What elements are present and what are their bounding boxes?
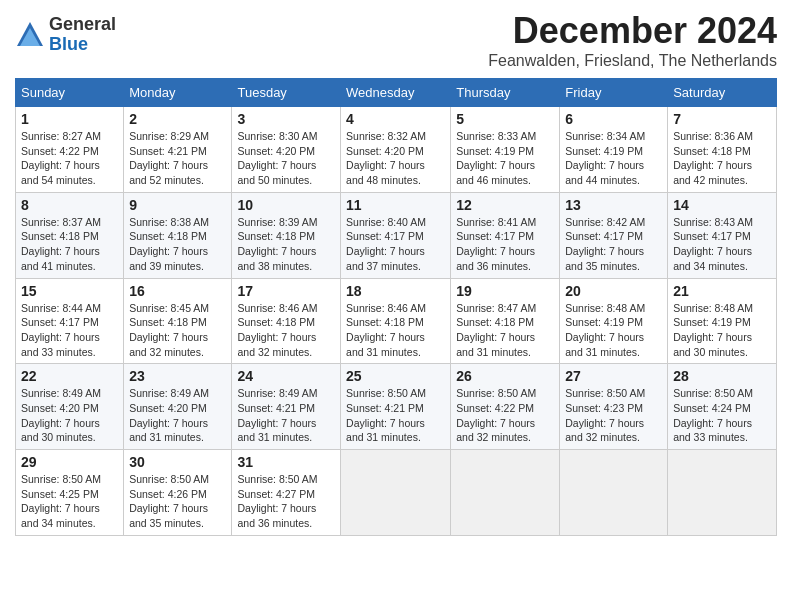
column-header-monday: Monday bbox=[124, 79, 232, 107]
day-number: 17 bbox=[237, 283, 335, 299]
calendar-cell: 10 Sunrise: 8:39 AM Sunset: 4:18 PM Dayl… bbox=[232, 192, 341, 278]
calendar-cell: 20 Sunrise: 8:48 AM Sunset: 4:19 PM Dayl… bbox=[560, 278, 668, 364]
calendar-cell: 16 Sunrise: 8:45 AM Sunset: 4:18 PM Dayl… bbox=[124, 278, 232, 364]
day-info: Sunrise: 8:46 AM Sunset: 4:18 PM Dayligh… bbox=[237, 301, 335, 360]
location-title: Feanwalden, Friesland, The Netherlands bbox=[488, 52, 777, 70]
calendar-cell: 5 Sunrise: 8:33 AM Sunset: 4:19 PM Dayli… bbox=[451, 107, 560, 193]
day-info: Sunrise: 8:42 AM Sunset: 4:17 PM Dayligh… bbox=[565, 215, 662, 274]
day-number: 6 bbox=[565, 111, 662, 127]
day-number: 21 bbox=[673, 283, 771, 299]
day-info: Sunrise: 8:49 AM Sunset: 4:20 PM Dayligh… bbox=[129, 386, 226, 445]
calendar-week-row: 15 Sunrise: 8:44 AM Sunset: 4:17 PM Dayl… bbox=[16, 278, 777, 364]
day-info: Sunrise: 8:36 AM Sunset: 4:18 PM Dayligh… bbox=[673, 129, 771, 188]
day-info: Sunrise: 8:49 AM Sunset: 4:21 PM Dayligh… bbox=[237, 386, 335, 445]
month-title: December 2024 bbox=[488, 10, 777, 52]
calendar-cell: 13 Sunrise: 8:42 AM Sunset: 4:17 PM Dayl… bbox=[560, 192, 668, 278]
logo-text: General Blue bbox=[49, 15, 116, 55]
day-number: 12 bbox=[456, 197, 554, 213]
day-info: Sunrise: 8:48 AM Sunset: 4:19 PM Dayligh… bbox=[565, 301, 662, 360]
day-number: 31 bbox=[237, 454, 335, 470]
calendar-cell: 7 Sunrise: 8:36 AM Sunset: 4:18 PM Dayli… bbox=[668, 107, 777, 193]
calendar-week-row: 1 Sunrise: 8:27 AM Sunset: 4:22 PM Dayli… bbox=[16, 107, 777, 193]
day-info: Sunrise: 8:29 AM Sunset: 4:21 PM Dayligh… bbox=[129, 129, 226, 188]
day-number: 5 bbox=[456, 111, 554, 127]
calendar-cell: 6 Sunrise: 8:34 AM Sunset: 4:19 PM Dayli… bbox=[560, 107, 668, 193]
day-number: 18 bbox=[346, 283, 445, 299]
logo-icon bbox=[15, 20, 45, 50]
day-number: 28 bbox=[673, 368, 771, 384]
day-info: Sunrise: 8:47 AM Sunset: 4:18 PM Dayligh… bbox=[456, 301, 554, 360]
day-info: Sunrise: 8:46 AM Sunset: 4:18 PM Dayligh… bbox=[346, 301, 445, 360]
calendar-week-row: 29 Sunrise: 8:50 AM Sunset: 4:25 PM Dayl… bbox=[16, 450, 777, 536]
day-info: Sunrise: 8:30 AM Sunset: 4:20 PM Dayligh… bbox=[237, 129, 335, 188]
column-header-saturday: Saturday bbox=[668, 79, 777, 107]
day-info: Sunrise: 8:39 AM Sunset: 4:18 PM Dayligh… bbox=[237, 215, 335, 274]
day-number: 26 bbox=[456, 368, 554, 384]
day-number: 15 bbox=[21, 283, 118, 299]
calendar-week-row: 8 Sunrise: 8:37 AM Sunset: 4:18 PM Dayli… bbox=[16, 192, 777, 278]
calendar-cell: 22 Sunrise: 8:49 AM Sunset: 4:20 PM Dayl… bbox=[16, 364, 124, 450]
day-number: 10 bbox=[237, 197, 335, 213]
day-info: Sunrise: 8:50 AM Sunset: 4:23 PM Dayligh… bbox=[565, 386, 662, 445]
day-number: 11 bbox=[346, 197, 445, 213]
calendar: SundayMondayTuesdayWednesdayThursdayFrid… bbox=[15, 78, 777, 536]
day-info: Sunrise: 8:41 AM Sunset: 4:17 PM Dayligh… bbox=[456, 215, 554, 274]
calendar-cell: 23 Sunrise: 8:49 AM Sunset: 4:20 PM Dayl… bbox=[124, 364, 232, 450]
day-info: Sunrise: 8:50 AM Sunset: 4:26 PM Dayligh… bbox=[129, 472, 226, 531]
day-info: Sunrise: 8:43 AM Sunset: 4:17 PM Dayligh… bbox=[673, 215, 771, 274]
calendar-cell: 17 Sunrise: 8:46 AM Sunset: 4:18 PM Dayl… bbox=[232, 278, 341, 364]
column-header-thursday: Thursday bbox=[451, 79, 560, 107]
calendar-header-row: SundayMondayTuesdayWednesdayThursdayFrid… bbox=[16, 79, 777, 107]
calendar-cell: 9 Sunrise: 8:38 AM Sunset: 4:18 PM Dayli… bbox=[124, 192, 232, 278]
calendar-cell bbox=[341, 450, 451, 536]
day-info: Sunrise: 8:49 AM Sunset: 4:20 PM Dayligh… bbox=[21, 386, 118, 445]
day-number: 2 bbox=[129, 111, 226, 127]
calendar-cell: 30 Sunrise: 8:50 AM Sunset: 4:26 PM Dayl… bbox=[124, 450, 232, 536]
day-info: Sunrise: 8:27 AM Sunset: 4:22 PM Dayligh… bbox=[21, 129, 118, 188]
day-number: 30 bbox=[129, 454, 226, 470]
day-info: Sunrise: 8:44 AM Sunset: 4:17 PM Dayligh… bbox=[21, 301, 118, 360]
day-number: 27 bbox=[565, 368, 662, 384]
calendar-cell: 3 Sunrise: 8:30 AM Sunset: 4:20 PM Dayli… bbox=[232, 107, 341, 193]
calendar-cell: 25 Sunrise: 8:50 AM Sunset: 4:21 PM Dayl… bbox=[341, 364, 451, 450]
calendar-cell: 8 Sunrise: 8:37 AM Sunset: 4:18 PM Dayli… bbox=[16, 192, 124, 278]
day-info: Sunrise: 8:34 AM Sunset: 4:19 PM Dayligh… bbox=[565, 129, 662, 188]
day-number: 7 bbox=[673, 111, 771, 127]
calendar-cell: 19 Sunrise: 8:47 AM Sunset: 4:18 PM Dayl… bbox=[451, 278, 560, 364]
calendar-cell: 15 Sunrise: 8:44 AM Sunset: 4:17 PM Dayl… bbox=[16, 278, 124, 364]
day-info: Sunrise: 8:33 AM Sunset: 4:19 PM Dayligh… bbox=[456, 129, 554, 188]
calendar-cell bbox=[560, 450, 668, 536]
calendar-cell: 31 Sunrise: 8:50 AM Sunset: 4:27 PM Dayl… bbox=[232, 450, 341, 536]
calendar-cell: 4 Sunrise: 8:32 AM Sunset: 4:20 PM Dayli… bbox=[341, 107, 451, 193]
calendar-cell: 2 Sunrise: 8:29 AM Sunset: 4:21 PM Dayli… bbox=[124, 107, 232, 193]
calendar-cell: 29 Sunrise: 8:50 AM Sunset: 4:25 PM Dayl… bbox=[16, 450, 124, 536]
day-number: 23 bbox=[129, 368, 226, 384]
day-number: 24 bbox=[237, 368, 335, 384]
calendar-cell: 18 Sunrise: 8:46 AM Sunset: 4:18 PM Dayl… bbox=[341, 278, 451, 364]
day-number: 25 bbox=[346, 368, 445, 384]
header: General Blue December 2024 Feanwalden, F… bbox=[15, 10, 777, 70]
title-area: December 2024 Feanwalden, Friesland, The… bbox=[488, 10, 777, 70]
calendar-cell: 28 Sunrise: 8:50 AM Sunset: 4:24 PM Dayl… bbox=[668, 364, 777, 450]
calendar-cell: 12 Sunrise: 8:41 AM Sunset: 4:17 PM Dayl… bbox=[451, 192, 560, 278]
calendar-week-row: 22 Sunrise: 8:49 AM Sunset: 4:20 PM Dayl… bbox=[16, 364, 777, 450]
day-number: 3 bbox=[237, 111, 335, 127]
day-info: Sunrise: 8:50 AM Sunset: 4:22 PM Dayligh… bbox=[456, 386, 554, 445]
column-header-wednesday: Wednesday bbox=[341, 79, 451, 107]
logo: General Blue bbox=[15, 15, 116, 55]
calendar-cell: 1 Sunrise: 8:27 AM Sunset: 4:22 PM Dayli… bbox=[16, 107, 124, 193]
day-info: Sunrise: 8:32 AM Sunset: 4:20 PM Dayligh… bbox=[346, 129, 445, 188]
day-info: Sunrise: 8:38 AM Sunset: 4:18 PM Dayligh… bbox=[129, 215, 226, 274]
calendar-cell bbox=[668, 450, 777, 536]
column-header-friday: Friday bbox=[560, 79, 668, 107]
day-info: Sunrise: 8:50 AM Sunset: 4:21 PM Dayligh… bbox=[346, 386, 445, 445]
day-number: 4 bbox=[346, 111, 445, 127]
day-info: Sunrise: 8:37 AM Sunset: 4:18 PM Dayligh… bbox=[21, 215, 118, 274]
day-info: Sunrise: 8:45 AM Sunset: 4:18 PM Dayligh… bbox=[129, 301, 226, 360]
day-info: Sunrise: 8:50 AM Sunset: 4:24 PM Dayligh… bbox=[673, 386, 771, 445]
day-number: 20 bbox=[565, 283, 662, 299]
day-number: 13 bbox=[565, 197, 662, 213]
day-info: Sunrise: 8:50 AM Sunset: 4:27 PM Dayligh… bbox=[237, 472, 335, 531]
day-number: 19 bbox=[456, 283, 554, 299]
day-number: 22 bbox=[21, 368, 118, 384]
